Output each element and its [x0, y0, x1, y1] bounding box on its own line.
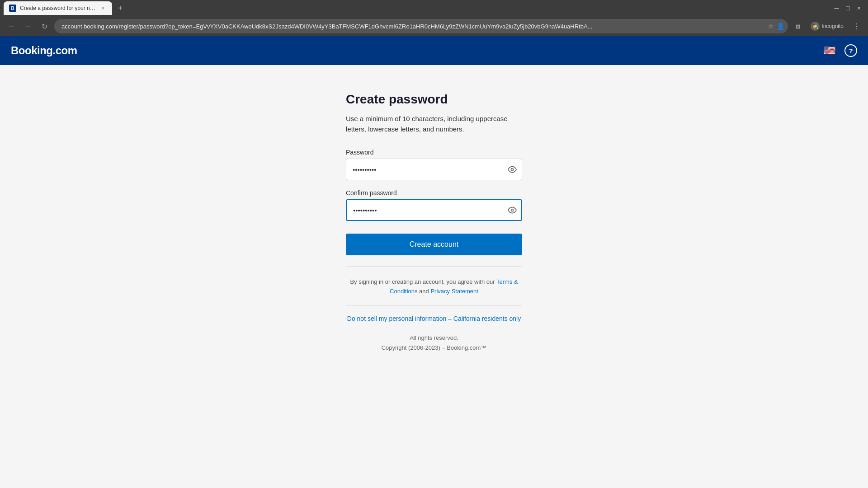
divider-2 — [346, 305, 522, 306]
menu-button[interactable]: ⋮ — [850, 20, 863, 33]
language-button[interactable]: 🇺🇸 — [821, 42, 837, 59]
footer-text: All rights reserved. Copyright (2006-202… — [346, 333, 522, 353]
tab-bar: B Create a password for your new × + ─ □… — [0, 0, 868, 16]
incognito-label: Incognito — [821, 23, 844, 29]
confirm-password-wrapper — [346, 199, 522, 221]
svg-point-0 — [511, 169, 514, 171]
profile-icon[interactable]: 👤 — [777, 23, 784, 30]
toolbar-right: ⧈ 🕵 Incognito ⋮ — [792, 20, 863, 33]
page-title: Create password — [346, 92, 522, 107]
booking-logo: Booking.com — [11, 44, 77, 57]
forward-button[interactable]: → — [22, 20, 34, 33]
address-text: account.booking.com/register/password?op… — [61, 23, 592, 30]
extensions-button[interactable]: ⧈ — [792, 20, 804, 33]
california-privacy-link[interactable]: Do not sell my personal information – Ca… — [346, 315, 522, 322]
divider-1 — [346, 266, 522, 267]
browser-chrome: B Create a password for your new × + ─ □… — [0, 0, 868, 36]
terms-prefix: By signing in or creating an account, yo… — [350, 278, 496, 285]
tab-favicon: B — [9, 5, 16, 12]
maximize-button[interactable]: □ — [846, 5, 849, 12]
confirm-password-label: Confirm password — [346, 189, 522, 197]
terms-and: and — [418, 288, 431, 295]
footer-line-2: Copyright (2006-2023) – Booking.com™ — [346, 343, 522, 353]
password-toggle-icon[interactable] — [508, 165, 517, 174]
terms-text: By signing in or creating an account, yo… — [346, 277, 522, 296]
header-right: 🇺🇸 ? — [821, 42, 857, 59]
booking-header: Booking.com 🇺🇸 ? — [0, 36, 868, 65]
tab-close-button[interactable]: × — [99, 5, 107, 12]
privacy-link[interactable]: Privacy Statement — [430, 288, 478, 295]
main-content: Create password Use a minimum of 10 char… — [0, 65, 868, 371]
help-button[interactable]: ? — [844, 44, 857, 57]
form-container: Create password Use a minimum of 10 char… — [346, 92, 522, 353]
bookmark-icon[interactable]: ☆ — [768, 23, 774, 30]
close-window-button[interactable]: × — [857, 5, 861, 12]
incognito-badge: 🕵 Incognito — [808, 21, 846, 32]
password-wrapper — [346, 159, 522, 180]
address-bar-row: ← → ↻ account.booking.com/register/passw… — [0, 16, 868, 36]
window-controls: ─ □ × — [830, 5, 864, 12]
form-description: Use a minimum of 10 characters, includin… — [346, 114, 522, 134]
confirm-password-field-group: Confirm password — [346, 189, 522, 221]
back-button[interactable]: ← — [5, 20, 18, 33]
create-account-button[interactable]: Create account — [346, 234, 522, 255]
reload-button[interactable]: ↻ — [38, 20, 51, 33]
confirm-password-toggle-icon[interactable] — [508, 206, 517, 215]
footer-line-1: All rights reserved. — [346, 333, 522, 343]
address-bar[interactable]: account.booking.com/register/password?op… — [54, 19, 788, 33]
svg-point-1 — [511, 209, 514, 211]
password-label: Password — [346, 149, 522, 156]
password-field-group: Password — [346, 149, 522, 180]
new-tab-button[interactable]: + — [114, 2, 127, 14]
incognito-icon: 🕵 — [811, 22, 820, 31]
tab-title: Create a password for your new — [20, 5, 96, 11]
address-bar-icons: ☆ 👤 — [768, 23, 784, 30]
active-tab[interactable]: B Create a password for your new × — [4, 1, 112, 15]
page-content: Booking.com 🇺🇸 ? Create password Use a m… — [0, 36, 868, 488]
confirm-password-input[interactable] — [346, 199, 522, 221]
password-input[interactable] — [346, 159, 522, 180]
minimize-button[interactable]: ─ — [834, 5, 839, 12]
